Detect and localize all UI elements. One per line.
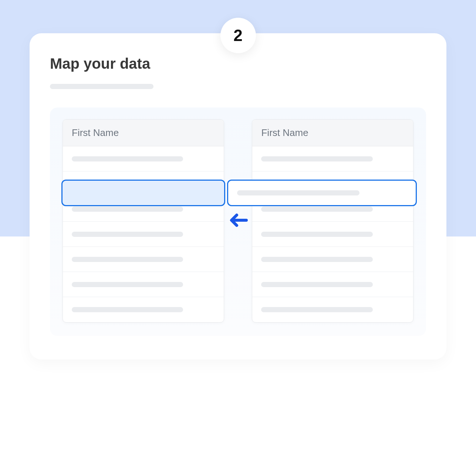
source-column-header: First Name [252,120,413,146]
row-placeholder [261,232,372,237]
row-placeholder [261,257,372,262]
table-row[interactable] [63,222,224,247]
row-placeholder [72,156,183,161]
row-placeholder [72,282,183,287]
source-column-panel: First Name [252,119,413,323]
row-placeholder [72,257,183,262]
table-row[interactable] [252,247,413,272]
row-placeholder [261,282,372,287]
step-number: 2 [233,26,242,45]
step-badge: 2 [220,18,256,53]
arrow-left-icon [228,212,249,230]
source-selected-row[interactable] [227,180,417,206]
main-card: Map your data First Name First Name [30,33,446,360]
table-row[interactable] [63,146,224,171]
row-placeholder [261,156,372,161]
mapping-area: First Name First Name [50,108,426,336]
target-column-header: First Name [63,120,224,146]
table-row[interactable] [252,146,413,171]
target-selected-row[interactable] [61,180,225,206]
row-placeholder [72,232,183,237]
row-placeholder [237,190,359,195]
row-placeholder [72,207,183,212]
row-placeholder [261,207,372,212]
table-row[interactable] [63,272,224,297]
target-column-panel: First Name [63,119,224,323]
row-placeholder [261,307,372,312]
table-row[interactable] [63,297,224,322]
page-title: Map your data [50,55,426,72]
table-row[interactable] [252,297,413,322]
table-row[interactable] [63,247,224,272]
table-row[interactable] [252,222,413,247]
table-row[interactable] [252,272,413,297]
subtitle-placeholder [50,84,153,89]
row-placeholder [72,307,183,312]
